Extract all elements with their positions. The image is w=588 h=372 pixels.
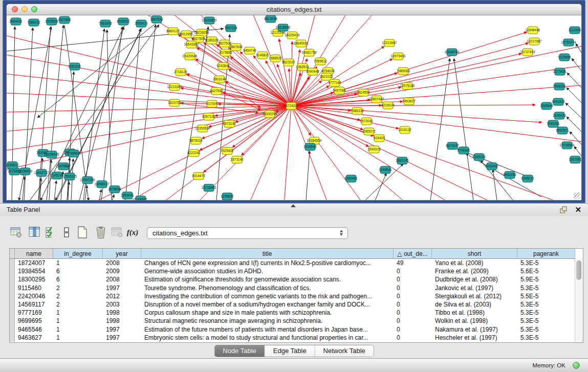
table-row[interactable]: 1872400712008Changes of HCN gene express… bbox=[10, 259, 583, 267]
table-cell[interactable]: 9465546 bbox=[15, 325, 53, 334]
graph-node[interactable]: 6497064 bbox=[333, 87, 346, 94]
column-header-in_degree[interactable]: in_degree bbox=[53, 249, 103, 259]
graph-node[interactable]: 9350461 bbox=[344, 175, 358, 182]
table-cell[interactable]: Stergiakouli et al. (2012) bbox=[432, 292, 517, 300]
table-cell[interactable]: Embryonic stem cells: a model to study s… bbox=[141, 334, 394, 342]
table-cell[interactable]: 1 bbox=[53, 309, 103, 317]
table-cell[interactable]: 5.3E-5 bbox=[517, 309, 575, 317]
graph-node[interactable]: 1595844 bbox=[540, 102, 553, 110]
window-resize-grip[interactable] bbox=[574, 192, 580, 199]
graph-node[interactable]: 9245133 bbox=[472, 154, 486, 161]
graph-node[interactable]: 2051101 bbox=[69, 63, 81, 70]
graph-node[interactable]: 1145194 bbox=[51, 172, 63, 179]
graph-node[interactable]: 1112304 bbox=[569, 27, 581, 34]
row-boxes-icon[interactable] bbox=[60, 225, 73, 239]
table-cell[interactable]: Estimation of the future numbers of pati… bbox=[141, 325, 394, 334]
graph-node[interactable]: 1005528 bbox=[45, 18, 58, 25]
graph-node[interactable]: 7938321 bbox=[553, 83, 566, 90]
table-cell[interactable]: Estimation of significance thresholds fo… bbox=[141, 275, 394, 283]
graph-node[interactable]: 11548498 bbox=[526, 27, 540, 34]
panel-resize-grip[interactable] bbox=[291, 204, 296, 207]
table-row[interactable]: 969969511998Structural magnetic resonanc… bbox=[10, 317, 583, 325]
table-settings-icon[interactable] bbox=[10, 225, 23, 239]
graph-node[interactable]: 1873143 bbox=[223, 120, 236, 127]
table-cell[interactable] bbox=[10, 275, 15, 283]
graph-node[interactable]: 12505115 bbox=[62, 173, 77, 180]
table-cell[interactable]: 1 bbox=[53, 334, 103, 342]
table-cell[interactable]: 0 bbox=[394, 275, 432, 283]
table-cell[interactable] bbox=[10, 284, 15, 292]
table-cell[interactable]: 0 bbox=[394, 325, 432, 334]
table-cell[interactable]: 6 bbox=[53, 275, 103, 283]
table-cell[interactable]: 49 bbox=[394, 259, 432, 267]
graph-node[interactable]: 9441923 bbox=[552, 98, 565, 105]
table-cell[interactable]: 5.9E-5 bbox=[517, 275, 575, 283]
graph-node[interactable]: 917004 bbox=[206, 100, 217, 107]
table-cell[interactable]: Structural magnetic resonance image aver… bbox=[141, 317, 394, 325]
table-cell[interactable]: 2012 bbox=[103, 292, 141, 300]
graph-node[interactable]: 8186328 bbox=[205, 37, 219, 44]
graph-node[interactable]: 1572040 bbox=[360, 118, 373, 125]
graph-node[interactable]: 7925402 bbox=[221, 147, 234, 155]
scrollbar-thumb[interactable] bbox=[576, 260, 581, 280]
graph-node[interactable]: 18325419 bbox=[285, 32, 300, 39]
table-row[interactable]: 1938455462009Genome-wide association stu… bbox=[10, 267, 583, 275]
graph-node[interactable]: 9242848 bbox=[216, 62, 230, 70]
table-row[interactable]: 2242004622012Investigating the contribut… bbox=[10, 292, 583, 300]
table-cell[interactable]: Jankovic et al. (1997) bbox=[432, 284, 517, 292]
graph-node[interactable]: 1092261 bbox=[547, 120, 560, 127]
table-cell[interactable]: 1997 bbox=[103, 334, 141, 342]
table-cell[interactable]: 5.3E-5 bbox=[517, 259, 575, 267]
table-cell[interactable]: 2 bbox=[53, 292, 103, 300]
table-cell[interactable]: Tourette syndrome. Phenomenology and cla… bbox=[141, 284, 394, 292]
graph-node[interactable]: 7368102 bbox=[27, 19, 40, 26]
graph-node[interactable]: 1527606 bbox=[58, 16, 71, 24]
new-table-icon[interactable] bbox=[76, 225, 89, 239]
graph-node[interactable]: 20206526 bbox=[45, 151, 59, 158]
graph-node[interactable]: 6914479 bbox=[192, 172, 205, 180]
column-header-short[interactable]: short bbox=[432, 249, 517, 259]
graph-node[interactable]: 2718120 bbox=[174, 69, 187, 76]
table-cell[interactable]: 5.3E-5 bbox=[517, 325, 575, 334]
table-row[interactable]: 946554611997Estimation of the future num… bbox=[10, 325, 583, 334]
table-cell[interactable]: 0 bbox=[394, 284, 432, 292]
table-cell[interactable]: 5.3E-5 bbox=[517, 300, 575, 309]
graph-node[interactable]: 915409 bbox=[374, 135, 385, 142]
table-cell[interactable]: 1998 bbox=[103, 309, 141, 317]
window-titlebar[interactable]: citations_edges.txt bbox=[7, 4, 581, 15]
table-cell[interactable]: 0 bbox=[394, 292, 432, 300]
table-cell[interactable]: 14569117 bbox=[15, 300, 53, 309]
table-cell[interactable]: 2 bbox=[53, 284, 103, 292]
table-cell[interactable] bbox=[10, 267, 15, 275]
select-all-check-icon[interactable] bbox=[44, 225, 57, 239]
graph-node[interactable]: 1150612 bbox=[7, 162, 19, 169]
graph-node[interactable]: 8222242 bbox=[187, 149, 201, 157]
table-cell[interactable]: Tibbo et al. (1998) bbox=[432, 309, 517, 317]
graph-node[interactable]: 12975185 bbox=[400, 82, 415, 90]
graph-node[interactable]: 8454749 bbox=[243, 47, 256, 54]
table-cell[interactable] bbox=[10, 309, 15, 317]
graph-node[interactable]: 1195832 bbox=[221, 193, 234, 200]
graph-node[interactable]: 10807487 bbox=[369, 96, 384, 103]
table-cell[interactable]: 5.6E-5 bbox=[517, 267, 575, 275]
table-cell[interactable]: Yano et al. (2008) bbox=[432, 259, 517, 267]
graph-node[interactable]: 3824554 bbox=[357, 89, 370, 96]
table-cell[interactable]: 22420046 bbox=[15, 292, 53, 300]
table-cell[interactable]: Dudbridge et al. (2008) bbox=[432, 275, 517, 283]
graph-node[interactable]: 2803144 bbox=[213, 76, 226, 83]
graph-node[interactable]: 1678658 bbox=[108, 186, 121, 193]
table-cell[interactable] bbox=[10, 334, 15, 342]
table-cell[interactable]: Nakamura et al. (1997) bbox=[432, 325, 517, 334]
graph-node[interactable]: 9706341 bbox=[457, 147, 470, 154]
graph-node[interactable]: 12353594 bbox=[195, 125, 210, 132]
graph-node[interactable]: 1549372 bbox=[367, 146, 381, 153]
table-cell[interactable]: 1998 bbox=[103, 317, 141, 325]
table-cell[interactable] bbox=[10, 259, 15, 267]
table-cell[interactable]: 5.3E-5 bbox=[517, 317, 575, 325]
close-panel-icon[interactable]: ✕ bbox=[575, 205, 581, 214]
table-cell[interactable]: 0 bbox=[394, 334, 432, 342]
table-cell[interactable]: de Silva et al. (2003) bbox=[432, 300, 517, 309]
table-cell[interactable]: 1997 bbox=[103, 284, 141, 292]
table-cell[interactable]: 2003 bbox=[103, 300, 141, 309]
graph-node[interactable]: 1184562 bbox=[135, 196, 147, 200]
